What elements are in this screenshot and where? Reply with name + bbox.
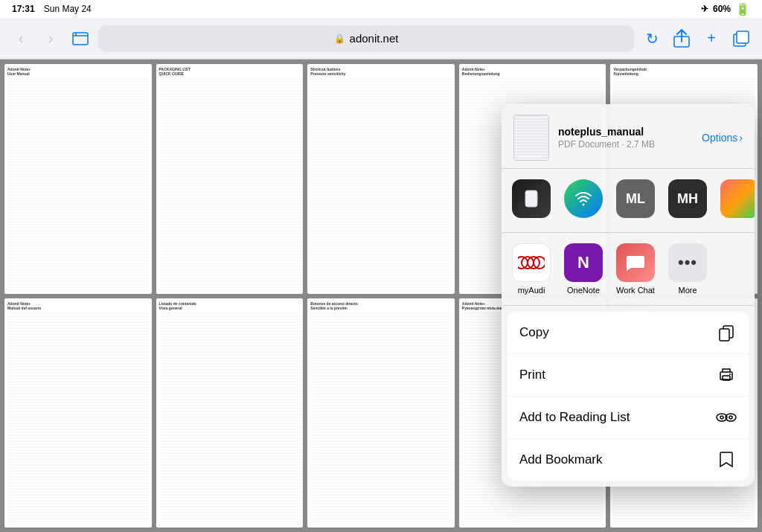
workchat-label: Work Chat <box>616 286 655 295</box>
battery-percent: 60% <box>713 4 731 14</box>
add-bookmark-label: Add Bookmark <box>519 452 708 467</box>
doc-info: noteplus_manual PDF Document · 2.7 MB <box>558 126 693 150</box>
action-list: Copy Print <box>508 312 749 481</box>
doc-subtitle: PDF Document · 2.7 MB <box>558 139 693 150</box>
tabs-button[interactable] <box>729 27 753 51</box>
print-label: Print <box>519 368 708 382</box>
status-bar: 17:31 Sun May 24 ✈ 60% 🔋 <box>0 0 762 18</box>
copy-icon <box>716 322 737 343</box>
print-action[interactable]: Print <box>508 354 749 397</box>
reload-button[interactable]: ↻ <box>640 27 664 51</box>
add-reading-list-label: Add to Reading List <box>519 410 708 425</box>
copy-action[interactable]: Copy <box>508 312 749 354</box>
pdf-page-8: Botones de acceso directoSensible a la p… <box>307 298 455 528</box>
copy-label: Copy <box>519 325 708 340</box>
doc-preview: noteplus_manual PDF Document · 2.7 MB Op… <box>502 104 755 169</box>
svg-point-16 <box>729 374 731 375</box>
bookmark-icon <box>716 449 737 470</box>
pdf-page-1: Adonit Note+User Manual <box>4 64 152 294</box>
doc-title: noteplus_manual <box>558 126 693 138</box>
airdrop-app-icon[interactable] <box>509 179 554 222</box>
address-bar[interactable]: 🔒 adonit.net <box>98 25 634 52</box>
status-time-date: 17:31 Sun May 24 <box>12 4 92 14</box>
add-bookmark-action[interactable]: Add Bookmark <box>508 439 749 481</box>
svg-point-7 <box>583 204 585 206</box>
svg-point-20 <box>729 416 732 419</box>
workchat-app-icon[interactable]: Work Chat <box>613 243 658 295</box>
add-reading-list-action[interactable]: Add to Reading List <box>508 397 749 439</box>
browser-toolbar: ‹ › 🔒 adonit.net ↻ + <box>0 18 762 60</box>
wifi-app-icon[interactable] <box>561 179 606 222</box>
share-bottom-app-icons[interactable]: myAudi N OneNote Work Chat ••• <box>502 233 755 306</box>
audi-app-icon[interactable]: myAudi <box>509 243 554 295</box>
ml-app-icon[interactable]: ML <box>613 179 658 222</box>
new-tab-button[interactable]: + <box>699 27 723 51</box>
forward-button[interactable]: › <box>39 27 63 51</box>
more-app-icon[interactable]: ••• More <box>665 243 710 295</box>
svg-rect-0 <box>73 33 88 45</box>
status-date: Sun May 24 <box>44 4 92 14</box>
svg-rect-5 <box>737 31 749 43</box>
browser-action-buttons: ↻ + <box>640 27 753 51</box>
svg-point-18 <box>720 416 723 419</box>
more-label: More <box>678 286 697 295</box>
pdf-page-6: Adonit Note+Manual del usuario <box>4 298 152 528</box>
photos-app-icon[interactable] <box>717 179 755 222</box>
pdf-page-3: Shortcut buttonsPressure sensitivity <box>307 64 455 294</box>
onenote-app-icon[interactable]: N OneNote <box>561 243 606 295</box>
lock-icon: 🔒 <box>334 33 345 44</box>
bookmarks-button[interactable] <box>68 27 92 51</box>
print-icon <box>716 365 737 385</box>
share-sheet: noteplus_manual PDF Document · 2.7 MB Op… <box>502 104 755 487</box>
options-button[interactable]: Options › <box>702 132 743 144</box>
share-app-icons-row[interactable]: ML MH <box>502 169 755 233</box>
svg-rect-13 <box>720 329 729 341</box>
url-text: adonit.net <box>350 32 399 45</box>
status-time: 17:31 <box>12 4 35 14</box>
status-indicators: ✈ 60% 🔋 <box>701 2 750 16</box>
pdf-page-2: PACKAGING LISTQUICK GUIDE <box>156 64 304 294</box>
svg-rect-6 <box>525 190 537 207</box>
back-button[interactable]: ‹ <box>9 27 33 51</box>
pdf-page-7: Listado de contenidoVista general <box>156 298 304 528</box>
doc-thumbnail <box>513 115 549 161</box>
mh-app-icon[interactable]: MH <box>665 179 710 222</box>
share-button[interactable] <box>670 27 694 51</box>
airplane-mode-icon: ✈ <box>701 4 708 14</box>
reading-list-icon <box>716 407 737 428</box>
main-content: Adonit Note+User Manual PACKAGING LISTQU… <box>0 60 762 532</box>
battery-icon: 🔋 <box>735 2 750 16</box>
